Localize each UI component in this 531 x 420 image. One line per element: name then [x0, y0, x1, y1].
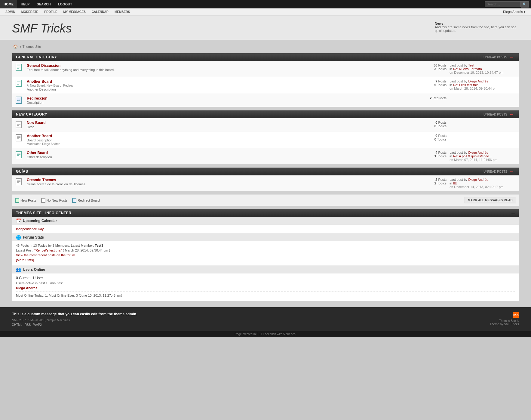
subnav-profile[interactable]: PROFILE — [41, 8, 60, 15]
ic-users-online-header: 👥 Users Online — [12, 266, 519, 273]
independence-day-link[interactable]: Independence Day — [16, 227, 44, 231]
ic-forum-stats-body: 46 Posts in 13 Topics by 3 Members. Late… — [12, 241, 519, 265]
subnav-calendar[interactable]: CALENDAR — [89, 8, 112, 15]
category-new-collapse[interactable]: — — [510, 113, 513, 116]
info-center: THEMES SITE - INFO CENTER — 📅 Upcoming C… — [12, 209, 519, 301]
board-row-another-board-general: Another Board ↳ New Board, New Board, Re… — [12, 77, 519, 94]
last-post-user-general[interactable]: Test — [468, 63, 474, 67]
view-recent-posts-link[interactable]: View the most recent posts on the forum. — [16, 253, 76, 257]
legend-redirect-label: Redirect Board — [78, 199, 100, 202]
user-menu[interactable]: Diego Andrés ▾ — [503, 10, 529, 14]
breadcrumb: 🏠 › Themes Site — [12, 43, 519, 51]
board-info-new-board: New Board Desc — [27, 121, 413, 129]
board-name-new-board[interactable]: New Board — [27, 121, 46, 125]
site-title: SMF Tricks — [12, 22, 72, 35]
category-general: GENERAL CATEGORY UNREAD POSTS — G — [12, 53, 519, 107]
board-topics-other-board: 1 Topics — [413, 154, 447, 158]
category-guias-title: GUÍAS — [16, 169, 28, 174]
subnav-my-messages[interactable]: MY MESSAGES — [60, 8, 89, 15]
ic-section-users-online: 👥 Users Online 0 Guests, 1 User Users ac… — [12, 266, 519, 301]
board-icon-svg-another-general — [16, 80, 22, 88]
mark-all-read-button[interactable]: MARK ALL MESSAGES READ — [465, 197, 516, 203]
nav-home[interactable]: HOME — [0, 0, 17, 8]
search-button[interactable]: 🔍 — [521, 1, 529, 8]
board-mod-another-new: Moderator: Diego Andrés — [27, 142, 413, 146]
category-new-header: NEW CATEGORY UNREAD POSTS — — [12, 110, 519, 118]
board-stats-new-board: 0 Posts 0 Topics — [413, 121, 450, 128]
board-topics-creando-themes: 2 Topics — [413, 181, 447, 185]
search-box: 🔍 — [485, 1, 529, 8]
last-post-link-another-general[interactable]: Re: Let's test this — [453, 83, 478, 87]
svg-rect-4 — [16, 80, 21, 87]
search-input[interactable] — [485, 1, 521, 7]
last-post-user-another-general[interactable]: Diego Andrés — [468, 79, 488, 83]
board-icon-svg-another-new — [16, 134, 22, 142]
svg-text:↩: ↩ — [17, 98, 20, 103]
board-name-creando-themes[interactable]: Creando Themes — [27, 178, 56, 182]
board-topics-new-board: 0 Topics — [413, 124, 447, 128]
nav-search[interactable]: SEARCH — [33, 0, 54, 8]
last-post-link-general[interactable]: Re: Nuevo Formato — [453, 67, 482, 71]
more-stats-link[interactable]: [More Stats] — [16, 258, 34, 262]
category-guias-collapse[interactable]: — — [510, 170, 513, 173]
board-info-another-general: Another Board ↳ New Board, New Board, Re… — [27, 79, 413, 91]
home-icon[interactable]: 🏠 — [13, 45, 18, 49]
footer-link-xhtml[interactable]: XHTML — [12, 323, 22, 326]
board-posts-creando-themes: 2 Posts — [413, 178, 447, 181]
category-general-unread: UNREAD POSTS — — [483, 56, 515, 59]
footer-links: SMF 2.0.7 | SMF © 2013, Simple Machines — [12, 319, 519, 322]
last-post-user-creando[interactable]: Diego Andrés — [468, 178, 488, 181]
board-icon-svg-new-board — [16, 121, 22, 129]
online-user-link[interactable]: Diego Andrés — [16, 286, 37, 290]
ic-calendar-title: Upcoming Calendar — [23, 219, 57, 223]
info-center-header: THEMES SITE - INFO CENTER — — [12, 209, 519, 217]
last-post-user-other[interactable]: Diego Andrés — [468, 151, 488, 154]
sub-navigation: ADMIN MODERATE PROFILE MY MESSAGES CALEN… — [0, 8, 531, 16]
category-guias: GUÍAS UNREAD POSTS — Creando Them — [12, 167, 519, 191]
board-name-general-discussion[interactable]: General Discussion — [27, 63, 60, 68]
board-posts-general-discussion: 30 Posts — [413, 63, 447, 67]
breadcrumb-separator: › — [20, 45, 21, 48]
board-last-general-discussion: Last post by Test in Re: Nuevo Formato o… — [450, 63, 516, 74]
board-icon-svg-other — [16, 151, 22, 159]
board-desc-general-discussion: Feel free to talk about anything and eve… — [27, 68, 413, 72]
board-stats-redireccion: 2 Redirects — [413, 96, 450, 100]
board-row-creando-themes: Creando Themes Guías acerca de la creaci… — [12, 175, 519, 191]
news-label: News: — [435, 22, 444, 25]
ic-forum-stats-title: Forum Stats — [23, 235, 44, 239]
last-post-link-other[interactable]: Re: A poll & quotes/code... — [453, 154, 492, 158]
board-name-another-new[interactable]: Another Board — [27, 134, 52, 138]
ic-forum-stats-header: 🌐 Forum Stats — [12, 233, 519, 241]
category-general-collapse[interactable]: — — [510, 56, 513, 59]
last-post-date-another-general: on March 28, 2014, 09:30:44 pm — [450, 87, 497, 90]
subnav-admin[interactable]: ADMIN — [2, 8, 18, 15]
legend-redirect-icon — [72, 198, 76, 203]
most-online-stats: Most Online Today: 1. Most Online Ever: … — [16, 294, 515, 297]
ic-section-calendar: 📅 Upcoming Calendar Independence Day — [12, 217, 519, 233]
news-text: And this are some news from the site, he… — [435, 25, 516, 32]
footer-link-rss[interactable]: RSS — [25, 323, 31, 326]
subnav-moderate[interactable]: MODERATE — [18, 8, 41, 15]
last-post-link-creando[interactable]: tttt — [453, 181, 457, 185]
board-row-general-discussion: General Discussion Feel free to talk abo… — [12, 61, 519, 77]
subnav-members[interactable]: MEMBERS — [112, 8, 133, 15]
board-name-redireccion[interactable]: Redirección — [27, 96, 48, 100]
breadcrumb-site[interactable]: Themes Site — [23, 45, 41, 48]
latest-post-link[interactable]: "Re: Let's test this" — [34, 249, 62, 252]
board-row-new-board: New Board Desc 0 Posts 0 Topics — [12, 118, 519, 131]
svg-rect-10 — [16, 121, 21, 128]
rss-icon[interactable]: RSS — [513, 312, 519, 318]
board-posts-another-new: 0 Posts — [413, 134, 447, 137]
board-name-another-general[interactable]: Another Board — [27, 79, 52, 84]
board-sub-another-general: ↳ New Board, New Board, Redirect — [27, 84, 413, 87]
board-name-other-board[interactable]: Other Board — [27, 151, 48, 155]
board-stats-general-discussion: 30 Posts 3 Topics — [413, 63, 450, 71]
nav-logout[interactable]: LOGOUT — [54, 0, 76, 8]
info-center-collapse[interactable]: — — [511, 211, 515, 215]
board-desc-new-board: Desc — [27, 125, 413, 129]
footer-link-wap2[interactable]: WAP2 — [33, 323, 42, 326]
nav-help[interactable]: HELP — [17, 0, 33, 8]
board-topics-general-discussion: 3 Topics — [413, 67, 447, 71]
sub-nav-links: ADMIN MODERATE PROFILE MY MESSAGES CALEN… — [2, 8, 133, 15]
category-guias-header: GUÍAS UNREAD POSTS — — [12, 168, 519, 175]
